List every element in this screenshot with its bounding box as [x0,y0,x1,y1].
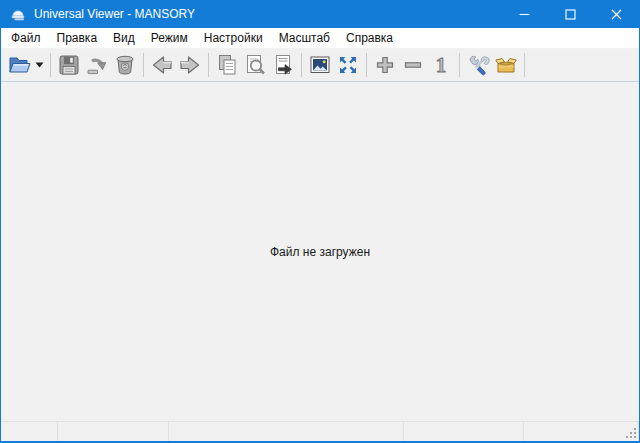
zoom-out-button[interactable] [399,50,427,80]
toolbar-separator [208,53,209,77]
status-bar [1,421,639,441]
digit-one-icon: 1 [429,53,453,77]
open-dropdown-button[interactable] [33,50,46,80]
fullscreen-button[interactable] [334,50,362,80]
window-title: Universal Viewer - MANSORY [34,7,501,21]
toolbar-separator [459,53,460,77]
status-panel [169,422,404,441]
open-button[interactable] [5,50,33,80]
menu-file[interactable]: Файл [3,28,49,48]
options-button[interactable] [464,50,492,80]
forward-button[interactable] [176,50,204,80]
goto-page-icon [271,53,295,77]
maximize-icon [565,9,576,20]
delete-button[interactable] [111,50,139,80]
menu-zoom[interactable]: Масштаб [271,28,338,48]
toolbar-separator [301,53,302,77]
close-icon [611,9,622,20]
menu-edit[interactable]: Правка [49,28,106,48]
maximize-button[interactable] [547,0,593,28]
page-magnifier-icon [243,53,267,77]
zoom-in-button[interactable] [371,50,399,80]
close-button[interactable] [593,0,639,28]
menu-mode[interactable]: Режим [143,28,196,48]
image-view-button[interactable] [306,50,334,80]
reload-button[interactable] [83,50,111,80]
svg-text:1: 1 [436,53,447,77]
file-not-loaded-message: Файл не загружен [270,245,370,259]
minimize-button[interactable] [501,0,547,28]
tools-icon [466,53,490,77]
reload-arrow-icon [85,53,109,77]
floppy-disk-icon [57,53,81,77]
toolbar-separator [524,53,525,77]
toolbar: 1 [1,49,639,82]
copy-pages-icon [215,53,239,77]
status-panel [58,422,169,441]
folder-open-icon [7,53,31,77]
menu-view[interactable]: Вид [105,28,143,48]
save-button[interactable] [55,50,83,80]
app-window: Universal Viewer - MANSORY Файл [0,0,640,443]
minimize-icon [519,9,530,20]
toolbar-separator [50,53,51,77]
title-bar: Universal Viewer - MANSORY [1,0,639,28]
status-panel [1,422,58,441]
menu-bar: Файл Правка Вид Режим Настройки Масштаб … [1,28,639,49]
caption-buttons [501,0,639,28]
fullscreen-arrows-icon [336,53,360,77]
plus-icon [373,53,397,77]
toolbar-separator [143,53,144,77]
minus-icon [401,53,425,77]
menu-settings[interactable]: Настройки [196,28,271,48]
picture-icon [308,53,332,77]
status-panel [524,422,639,441]
arrow-left-icon [150,53,174,77]
chevron-down-icon [35,62,44,68]
toolbar-separator [366,53,367,77]
resize-grip[interactable] [626,428,637,439]
arrow-right-icon [178,53,202,77]
back-button[interactable] [148,50,176,80]
recycle-bin-icon [113,53,137,77]
plugins-button[interactable] [492,50,520,80]
menu-help[interactable]: Справка [338,28,401,48]
open-box-icon [494,53,518,77]
copy-button[interactable] [213,50,241,80]
actual-size-button[interactable]: 1 [427,50,455,80]
status-panel [404,422,524,441]
app-icon[interactable] [10,6,26,22]
viewer-area: Файл не загружен [1,82,639,421]
goto-button[interactable] [269,50,297,80]
preview-button[interactable] [241,50,269,80]
